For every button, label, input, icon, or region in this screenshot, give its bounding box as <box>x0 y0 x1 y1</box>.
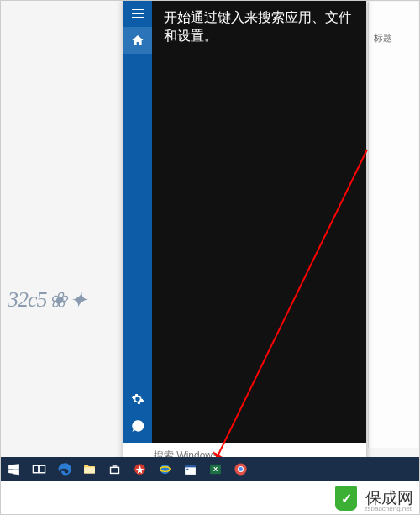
desktop-watermark: 32c5❀✦ <box>8 282 117 318</box>
flyout-main: 开始通过键入来搜索应用、文件和设置。 <box>152 0 366 443</box>
flyout-sidebar <box>123 0 152 443</box>
right-panel-tab-label[interactable]: 标题 <box>374 32 392 45</box>
svg-rect-2 <box>39 465 45 473</box>
store-icon <box>108 462 122 476</box>
svg-rect-8 <box>186 469 188 470</box>
windows-icon <box>7 462 21 476</box>
brand-badge <box>335 486 357 511</box>
svg-text:X: X <box>213 465 218 473</box>
svg-rect-1 <box>33 465 38 473</box>
task-view-icon <box>32 462 46 476</box>
ie-button[interactable] <box>152 457 177 481</box>
start-button[interactable] <box>1 457 26 481</box>
gear-icon <box>131 392 144 406</box>
app-icon-red <box>133 462 147 476</box>
home-icon <box>131 34 144 47</box>
home-button[interactable] <box>123 27 152 54</box>
excel-icon: X <box>208 462 223 476</box>
hamburger-icon <box>132 9 144 18</box>
chrome-icon <box>234 462 248 476</box>
store-button[interactable] <box>102 457 127 481</box>
calendar-button[interactable] <box>177 457 202 481</box>
hamburger-menu-button[interactable] <box>123 0 152 27</box>
settings-button[interactable] <box>123 386 152 413</box>
task-view-button[interactable] <box>26 457 51 481</box>
taskbar: X <box>1 457 419 481</box>
explorer-button[interactable] <box>76 457 102 481</box>
brand-url: zsbaocheng.net <box>365 505 412 512</box>
edge-icon <box>57 462 71 476</box>
edge-button[interactable] <box>51 457 76 481</box>
chrome-button[interactable] <box>228 457 253 481</box>
excel-button[interactable]: X <box>202 457 228 481</box>
svg-point-13 <box>239 467 243 471</box>
app-button-1[interactable] <box>127 457 152 481</box>
feedback-button[interactable] <box>123 413 152 439</box>
folder-icon <box>82 462 97 476</box>
svg-point-4 <box>160 465 169 474</box>
right-panel: 标题 <box>368 2 418 448</box>
svg-rect-7 <box>185 467 196 475</box>
calendar-icon <box>183 462 197 476</box>
page-footer: 保成网 <box>0 481 420 515</box>
shield-check-icon <box>335 486 357 511</box>
feedback-icon <box>131 419 144 433</box>
ie-icon <box>158 462 172 476</box>
search-hint-text: 开始通过键入来搜索应用、文件和设置。 <box>152 0 366 55</box>
